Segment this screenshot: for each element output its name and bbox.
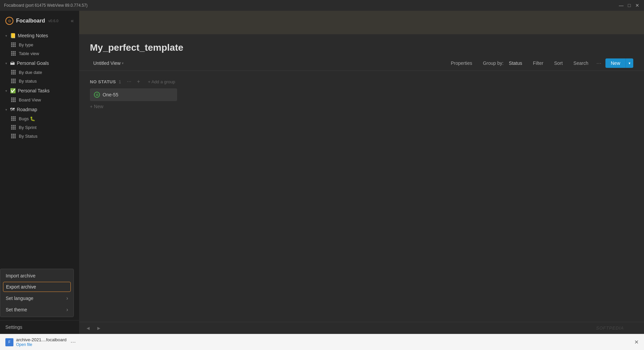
sidebar-header: ⊙ Focalboard v0.6.0 «	[0, 11, 79, 31]
personal-tasks-label: Personal Tasks	[18, 88, 50, 93]
card-title: One-55	[103, 92, 118, 97]
personal-goals-label: Personal Goals	[17, 60, 49, 66]
download-info: archive-2021....focalboard Open file	[16, 337, 66, 347]
grid-icon	[11, 51, 16, 56]
table-view-label: Table view	[19, 51, 39, 56]
download-filename: archive-2021....focalboard	[16, 337, 66, 342]
open-file-link[interactable]: Open file	[16, 342, 66, 347]
sidebar-item-roadmap[interactable]: ▾ 🗺 Roadmap	[0, 105, 79, 114]
by-status-road-label: By Status	[19, 134, 38, 139]
add-new-label: + New	[90, 104, 103, 109]
app-version-label: v0.6.0	[48, 19, 58, 23]
view-tab-untitled[interactable]: Untitled View ▾	[90, 58, 127, 68]
card-one-55[interactable]: ♻ One-55	[90, 88, 177, 101]
header-background	[79, 11, 644, 34]
app-name-label: Focalboard	[16, 18, 45, 24]
new-button-dropdown[interactable]: ▾	[626, 58, 633, 68]
settings-label: Settings	[5, 324, 22, 330]
sidebar-collapse-button[interactable]: «	[71, 18, 74, 24]
sidebar-item-personal-goals[interactable]: ▾ 🏔 Personal Goals	[0, 58, 79, 68]
meeting-notes-emoji: 📒	[10, 33, 16, 38]
view-tab-name: Untitled View	[93, 60, 120, 66]
card-list: ♻ One-55	[90, 88, 177, 101]
filter-button[interactable]: Filter	[529, 58, 547, 68]
download-close-icon[interactable]: ✕	[634, 339, 639, 345]
focalboard-logo-icon: ⊙	[5, 17, 13, 25]
titlebar: Focalboard (port 61475 WebView 89.0.774.…	[0, 0, 644, 11]
board-area: NO STATUS 1 ··· + + Add a group ♻ One-55	[79, 71, 644, 322]
sidebar-item-by-type[interactable]: By type	[0, 40, 79, 49]
sidebar-item-bugs[interactable]: Bugs 🐛	[0, 114, 79, 123]
grid-icon	[11, 78, 16, 84]
expand-arrow-icon: ▾	[3, 107, 9, 112]
board-group-no-status: NO STATUS 1 ··· + + Add a group ♻ One-55	[90, 76, 633, 112]
more-options-icon[interactable]: ···	[595, 60, 603, 67]
group-actions: ··· +	[125, 78, 143, 86]
group-header: NO STATUS 1 ··· + + Add a group	[90, 76, 633, 88]
set-theme-menu-item[interactable]: Set theme	[0, 304, 73, 315]
download-more-icon[interactable]: ⋯	[69, 338, 77, 346]
app-container: ⊙ Focalboard v0.6.0 « ▾ 📒 Meeting Notes …	[0, 11, 644, 334]
close-button[interactable]: ✕	[635, 3, 640, 8]
view-dropdown-icon: ▾	[122, 61, 124, 65]
by-status-goals-label: By status	[19, 79, 37, 84]
nav-section-personal-tasks: ▾ ✅ Personal Tasks Board View	[0, 86, 79, 104]
import-archive-menu-item[interactable]: Import archive	[0, 270, 73, 281]
sidebar-item-board-view[interactable]: Board View	[0, 95, 79, 104]
settings-item[interactable]: Settings	[0, 320, 79, 334]
grid-icon	[11, 70, 16, 75]
expand-arrow-icon: ▾	[3, 60, 9, 66]
nav-section-roadmap: ▾ 🗺 Roadmap Bugs 🐛 By Sprint	[0, 105, 79, 140]
grid-icon	[11, 42, 16, 47]
by-type-label: By type	[19, 42, 33, 47]
download-file-icon: F	[5, 338, 13, 346]
group-count: 1	[119, 79, 121, 84]
sort-button[interactable]: Sort	[550, 58, 567, 68]
meeting-notes-label: Meeting Notes	[18, 33, 48, 38]
grid-icon	[11, 133, 16, 139]
titlebar-title: Focalboard (port 61475 WebView 89.0.774.…	[4, 3, 619, 8]
sidebar-logo: ⊙ Focalboard v0.6.0	[5, 17, 58, 25]
new-button-group: New ▾	[605, 58, 633, 68]
scroll-left-icon[interactable]: ◀	[85, 325, 91, 332]
set-language-menu-item[interactable]: Set language	[0, 293, 73, 304]
sidebar-item-table-view[interactable]: Table view	[0, 49, 79, 58]
board-view-label: Board View	[19, 97, 41, 102]
maximize-button[interactable]: □	[627, 3, 632, 8]
minimize-button[interactable]: —	[619, 3, 624, 8]
roadmap-emoji: 🗺	[10, 107, 15, 112]
sidebar-item-by-status-road[interactable]: By Status	[0, 132, 79, 140]
group-by-button[interactable]: Group by: Status	[479, 58, 526, 68]
sidebar-item-by-status-goals[interactable]: By status	[0, 77, 79, 85]
export-archive-menu-item[interactable]: Export archive	[3, 282, 71, 292]
sidebar-item-by-sprint[interactable]: By Sprint	[0, 123, 79, 132]
add-new-button[interactable]: + New	[90, 101, 633, 112]
sidebar-item-personal-tasks[interactable]: ▾ ✅ Personal Tasks	[0, 86, 79, 95]
roadmap-label: Roadmap	[17, 107, 37, 112]
add-group-button[interactable]: + Add a group	[145, 78, 178, 86]
board-title: My_perfect_template	[90, 42, 633, 53]
sidebar-item-meeting-notes[interactable]: ▾ 📒 Meeting Notes	[0, 31, 79, 40]
sidebar-item-by-due-date[interactable]: By due date	[0, 68, 79, 77]
board-panel: My_perfect_template Untitled View ▾ Prop…	[79, 34, 644, 334]
search-button[interactable]: Search	[570, 58, 592, 68]
group-more-icon[interactable]: ···	[125, 78, 133, 86]
card-recycle-icon: ♻	[94, 92, 100, 98]
main-content-area: My_perfect_template Untitled View ▾ Prop…	[79, 11, 644, 334]
scroll-right-icon[interactable]: ▶	[95, 325, 102, 332]
new-button[interactable]: New	[605, 58, 626, 68]
board-title-area: My_perfect_template	[79, 34, 644, 56]
expand-arrow-icon: ▾	[3, 33, 9, 38]
group-add-icon[interactable]: +	[135, 78, 143, 86]
grid-icon	[11, 97, 16, 102]
sidebar: ⊙ Focalboard v0.6.0 « ▾ 📒 Meeting Notes …	[0, 11, 79, 334]
grid-icon	[11, 125, 16, 130]
bottom-scrollbar: ◀ ▶ SOFTPEDIA	[79, 322, 644, 334]
by-sprint-label: By Sprint	[19, 125, 37, 130]
personal-goals-emoji: 🏔	[10, 60, 15, 66]
nav-section-meeting-notes: ▾ 📒 Meeting Notes By type Table view	[0, 31, 79, 58]
group-title: NO STATUS	[90, 79, 116, 84]
personal-tasks-emoji: ✅	[10, 88, 16, 93]
group-by-label: Group by:	[483, 60, 503, 66]
properties-button[interactable]: Properties	[447, 58, 476, 68]
